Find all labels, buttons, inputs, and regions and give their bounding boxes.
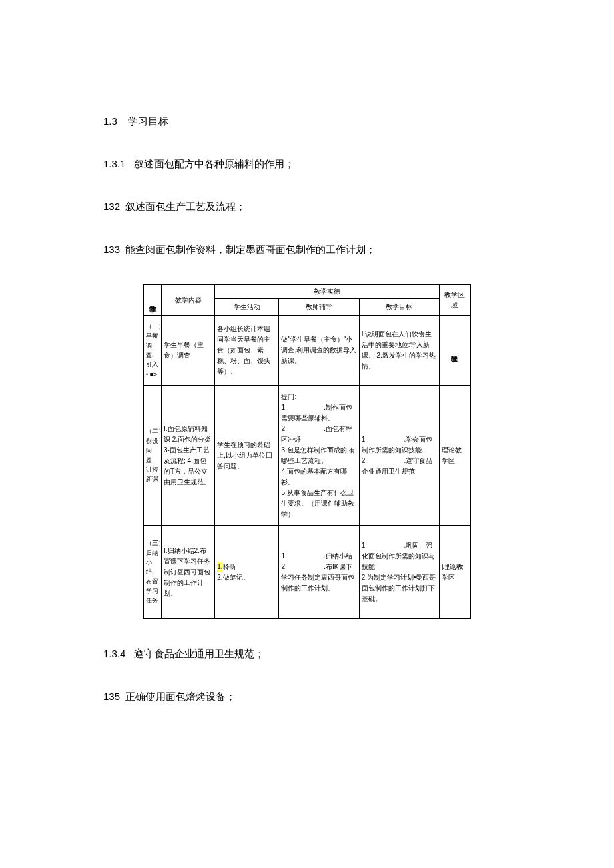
objective-number: 132 bbox=[103, 201, 120, 212]
col-header-area: 教学区域 bbox=[439, 285, 470, 316]
objective-text: 叙述面包生产工艺及流程； bbox=[125, 201, 246, 212]
cell-goal: 1 .学会面包制作所需的知识技能. 2 .遵守食品企业通用卫生规范 bbox=[359, 386, 439, 526]
section-title: 学习目标 bbox=[128, 115, 168, 127]
cell-area: 理论教学区 bbox=[439, 386, 470, 526]
objective-number: 1.3.1 bbox=[103, 158, 125, 169]
objective-item: 133能查阅面包制作资料，制定墨西哥面包制作的工作计划； bbox=[103, 242, 511, 258]
table-row: （三）归纳小结,布置学习任务 I.归纳小结2.布置课下学习任务制订昼西哥面包制作… bbox=[144, 526, 471, 619]
objective-text: 叙述面包配方中各种原辅料的作用； bbox=[134, 158, 294, 169]
cell-goal: I.说明面包在人们饮食生活中的重要地位:导入新课。 2.激发学生的学习热情。 bbox=[359, 316, 439, 386]
cell-area: 理论教学区 bbox=[439, 316, 470, 386]
cell-goal: 1 .巩固、强化面包制作所需的知识与技能 2.为制定学习计划•曼西哥面包制作的工… bbox=[359, 526, 439, 619]
objective-text: 遵守食品企业通用卫生规范； bbox=[134, 648, 264, 659]
cell-env: （一）早餐调査.引入 •.■> bbox=[144, 316, 162, 386]
col-header-goal: 教学目标 bbox=[359, 299, 439, 316]
objective-text: 能查阅面包制作资料，制定墨西哥面包制作的工作计划； bbox=[125, 244, 376, 255]
objective-number: 133 bbox=[103, 244, 120, 255]
cell-teacher: 1 .归纳小结 2 .布IK课下学习任务制定衷西哥面包制作的工作计划。 bbox=[279, 526, 359, 619]
section-heading: 1.3 学习目标 bbox=[103, 113, 511, 129]
col-header-content: 教学内容 bbox=[162, 285, 215, 316]
cell-content: 学生早餐（主食）调査 bbox=[162, 316, 215, 386]
col-header-group: 教学实德 bbox=[215, 285, 440, 299]
teaching-plan-table: 学节数环 教学内容 教学实德 教学区域 学生活动 教师辅导 教学目标 （一）早餐… bbox=[143, 284, 471, 619]
highlight-text: 1. bbox=[217, 562, 222, 572]
objective-text: 正确使用面包焙烤设备； bbox=[125, 691, 236, 702]
cell-student: 1.聆听 2.做笔记。 bbox=[215, 526, 279, 619]
cell-env: （二）创设问题,讲授新课 bbox=[144, 386, 162, 526]
objective-number: 135 bbox=[103, 691, 120, 702]
cell-content: I.面包原辅料知识 2.面包的分类 3-面包生产工艺及流程; 4.面包的T方，品… bbox=[162, 386, 215, 526]
cell-content: I.归纳小结2.布置课下学习任务制订昼西哥面包制作的工作计划。 bbox=[162, 526, 215, 619]
col-header-teacher: 教师辅导 bbox=[279, 299, 359, 316]
cell-student: 学生在预习的慕础上,以小组力单位回答问题。 bbox=[215, 386, 279, 526]
table-row: （二）创设问题,讲授新课 I.面包原辅料知识 2.面包的分类 3-面包生产工艺及… bbox=[144, 386, 471, 526]
col-header-env: 学节数环 bbox=[144, 285, 162, 316]
cell-teacher: 提问: 1 .制作面包需要哪些原辅料。 2 .面包有坪区冲烀 3,包是怎样制作而… bbox=[279, 386, 359, 526]
objective-item: 1.3.4 遵守食品企业通用卫生规范； bbox=[103, 646, 511, 662]
cell-area: |理论教学区 bbox=[439, 526, 470, 619]
cell-env: （三）归纳小结,布置学习任务 bbox=[144, 526, 162, 619]
objective-item: 132叙述面包生产工艺及流程； bbox=[103, 199, 511, 215]
col-header-student: 学生活动 bbox=[215, 299, 279, 316]
table-row: （一）早餐调査.引入 •.■> 学生早餐（主食）调査 各小组长统计本组同学当天早… bbox=[144, 316, 471, 386]
cell-teacher: 做"学生早餐（主食）"小调査,利用调查的数据导入新课。 bbox=[279, 316, 359, 386]
objective-number: 1.3.4 bbox=[103, 648, 125, 659]
cell-student: 各小组长统计本组同学当天早餐的主食（如面包、素糕、粉、面、馒头等）。 bbox=[215, 316, 279, 386]
objective-item: 135正确使用面包焙烤设备； bbox=[103, 689, 511, 705]
table-header-row: 学节数环 教学内容 教学实德 教学区域 bbox=[144, 285, 471, 299]
objective-item: 1.3.1 叙述面包配方中各种原辅料的作用； bbox=[103, 156, 511, 172]
section-number: 1.3 bbox=[103, 115, 117, 127]
